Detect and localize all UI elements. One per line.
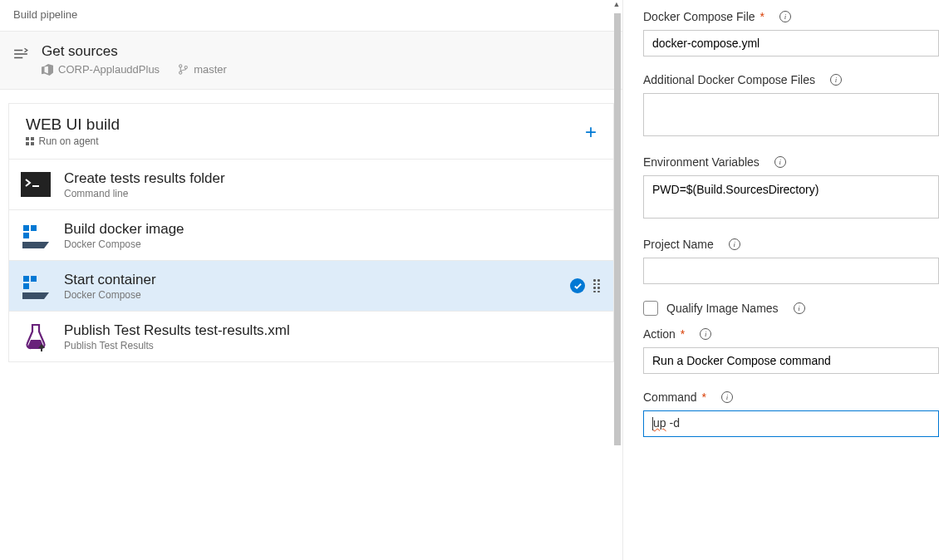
sources-icon [13, 43, 32, 64]
additional-files-label: Additional Docker Compose Files i [643, 73, 939, 86]
svg-point-1 [179, 71, 182, 74]
task-title: Start container [64, 272, 570, 288]
project-name-label: Project Name i [643, 238, 939, 251]
action-input[interactable] [643, 347, 939, 374]
command-label: Command * i [643, 391, 939, 404]
pipeline-panel: Build pipeline Get sources CORP-Applaudd… [0, 0, 623, 560]
add-task-button[interactable]: + [585, 115, 597, 144]
info-icon[interactable]: i [721, 391, 733, 403]
additional-files-input[interactable] [643, 93, 939, 136]
agent-title: WEB UI build [26, 115, 120, 134]
repo-meta: CORP-ApplauddPlus [42, 63, 160, 76]
task-sub: Publish Test Results [64, 340, 602, 351]
task-start-container[interactable]: Start container Docker Compose [9, 261, 613, 312]
repo-name: CORP-ApplauddPlus [58, 63, 160, 76]
svg-point-0 [179, 65, 182, 67]
branch-name: master [194, 63, 227, 76]
scroll-thumb[interactable] [614, 13, 621, 445]
task-title: Create tests results folder [64, 170, 602, 187]
pipeline-title: Build pipeline [13, 8, 77, 21]
info-icon[interactable]: i [779, 11, 791, 22]
command-input[interactable] [643, 410, 939, 437]
task-title: Build docker image [64, 221, 602, 238]
task-details-panel: Docker Compose File * i Additional Docke… [623, 0, 939, 560]
svg-rect-9 [23, 283, 29, 289]
terminal-icon [21, 169, 51, 199]
info-icon[interactable]: i [729, 238, 740, 250]
vso-icon [42, 64, 53, 76]
drag-handle-icon[interactable] [593, 279, 602, 292]
info-icon[interactable]: i [700, 328, 711, 340]
docker-compose-icon [21, 271, 51, 301]
task-list: Create tests results folder Command line… [8, 160, 614, 362]
scrollbar[interactable]: ▲ [611, 0, 622, 560]
env-vars-input[interactable] [643, 175, 939, 219]
action-label: Action * i [643, 327, 939, 341]
qualify-image-names-label: Qualify Image Names [666, 302, 779, 315]
task-title: Publish Test Results test-results.xml [64, 322, 602, 339]
task-publish-test-results[interactable]: Publish Test Results test-results.xml Pu… [9, 312, 613, 362]
get-sources-row[interactable]: Get sources CORP-ApplauddPlus master [0, 32, 622, 90]
sources-title: Get sources [42, 43, 227, 60]
pipeline-header: Build pipeline [0, 0, 622, 32]
svg-rect-6 [23, 233, 29, 238]
docker-compose-icon [21, 220, 51, 250]
svg-rect-8 [31, 276, 37, 282]
info-icon[interactable]: i [794, 302, 805, 314]
svg-point-2 [184, 66, 187, 68]
branch-meta: master [178, 63, 227, 76]
agent-phase-row[interactable]: WEB UI build Run on agent + [8, 103, 614, 160]
branch-icon [178, 64, 189, 75]
task-build-docker-image[interactable]: Build docker image Docker Compose [9, 210, 613, 261]
task-sub: Command line [64, 188, 602, 199]
svg-rect-5 [31, 225, 37, 231]
info-icon[interactable]: i [830, 74, 842, 86]
docker-compose-file-input[interactable] [643, 30, 939, 56]
task-sub: Docker Compose [64, 289, 570, 301]
publish-results-icon [21, 322, 51, 351]
project-name-input[interactable] [643, 258, 939, 284]
env-vars-label: Environment Variables i [643, 155, 939, 169]
agent-sub: Run on agent [26, 135, 120, 147]
docker-compose-file-label: Docker Compose File * i [643, 10, 939, 23]
info-icon[interactable]: i [774, 156, 786, 168]
task-selected-check-icon [570, 278, 585, 293]
svg-rect-3 [21, 172, 51, 197]
task-create-tests-folder[interactable]: Create tests results folder Command line [9, 160, 613, 210]
scroll-up-icon[interactable]: ▲ [611, 0, 622, 12]
agent-icon [26, 137, 34, 145]
svg-rect-7 [23, 276, 29, 282]
svg-rect-4 [23, 225, 29, 231]
task-sub: Docker Compose [64, 238, 602, 250]
qualify-image-names-checkbox[interactable] [643, 301, 658, 316]
